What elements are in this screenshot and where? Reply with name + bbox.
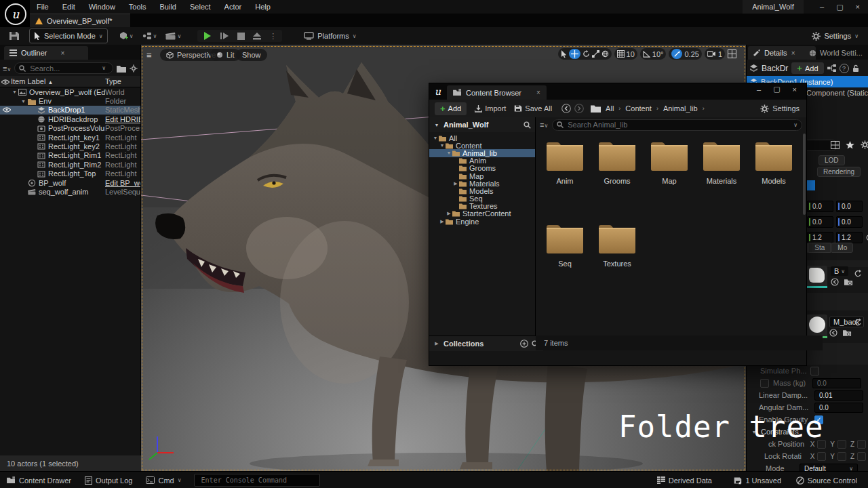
use-selected-icon[interactable]	[831, 278, 839, 286]
outliner-row[interactable]: ▼EnvFolder	[0, 96, 140, 105]
folder-tile-seq[interactable]: Seq	[541, 223, 589, 268]
expander-arrow[interactable]: ▼	[446, 150, 452, 155]
cb-tree-item-engine[interactable]: ▶Engine	[429, 218, 535, 225]
filter-icon[interactable]: ≡∨	[540, 121, 548, 129]
use-selected-icon[interactable]	[829, 329, 837, 337]
favorites-star-icon[interactable]	[846, 141, 854, 149]
menu-help[interactable]: Help	[248, 0, 277, 14]
material-select-dropdown[interactable]: B ∨	[831, 266, 848, 276]
menu-window[interactable]: Window	[82, 0, 122, 14]
cb-tree-item-seq[interactable]: Seq	[429, 195, 535, 203]
menu-edit[interactable]: Edit	[56, 0, 82, 14]
visibility-toggle[interactable]	[1, 106, 12, 115]
folder-tile-map[interactable]: Map	[646, 140, 693, 185]
show-button[interactable]: Show	[236, 49, 267, 61]
tab-world-settings[interactable]: World Setti...	[809, 46, 863, 60]
blueprints-button[interactable]: ∨	[142, 32, 157, 40]
reset-to-default-icon[interactable]	[865, 234, 868, 241]
transform-z-field[interactable]: 1.2	[836, 232, 863, 243]
cb-tree-item-animal_lib[interactable]: ▼Animal_lib	[429, 149, 535, 157]
browse-to-asset-icon[interactable]	[844, 278, 853, 286]
tab-overview-bp-wolf[interactable]: Overview_BP_wolf*	[30, 14, 130, 28]
help-icon[interactable]: ?	[840, 64, 849, 73]
linear-damping-field[interactable]: 0.01	[814, 390, 863, 401]
outliner-search[interactable]: ∨	[14, 62, 113, 74]
constraints-row[interactable]: ▼ Constraints	[747, 426, 868, 438]
outliner-row[interactable]: RectLight_key1RectLight	[0, 133, 140, 142]
cb-tree-item-grooms[interactable]: Grooms	[429, 165, 535, 172]
lock-y-checkbox[interactable]	[837, 452, 846, 461]
content-browser-titlebar[interactable]: u Content Browser × – ▢ ×	[429, 83, 806, 100]
transform-y-field[interactable]: 1.2	[807, 232, 833, 243]
outliner-row[interactable]: BP_wolfEdit BP_wol	[0, 178, 140, 187]
lock-y-checkbox[interactable]	[837, 440, 846, 449]
outliner-row[interactable]: ▼Overview_BP_wolf (Editor)World	[0, 87, 140, 96]
unreal-logo-icon[interactable]: u	[5, 3, 26, 25]
transform-z-field[interactable]: 0.0	[836, 201, 863, 212]
cb-tree-item-textures[interactable]: Textures	[429, 203, 535, 210]
unsaved-button[interactable]: 1 Unsaved	[727, 472, 788, 488]
display-options-icon[interactable]	[831, 141, 840, 149]
rotate-tool-icon[interactable]	[583, 50, 590, 58]
folder-tile-textures[interactable]: Textures	[593, 223, 641, 268]
output-log-button[interactable]: Output Log	[78, 472, 139, 488]
expander-arrow[interactable]: ▼	[432, 136, 439, 140]
selection-mode-button[interactable]: Selection Mode ∨	[29, 28, 108, 43]
expander-arrow[interactable]: ▼	[439, 143, 446, 148]
transform-z-field[interactable]: 0.0	[836, 216, 863, 228]
mobility-stationary-button[interactable]: Sta	[808, 243, 831, 253]
forward-icon[interactable]	[574, 104, 584, 113]
outliner-row[interactable]: BackDrop1StaticMeshA	[0, 106, 140, 115]
cb-search[interactable]: ∨	[552, 119, 802, 131]
save-all-button[interactable]: Save All	[514, 104, 552, 113]
outliner-row[interactable]: HDRIBackdropEdit HDRIBa	[0, 115, 140, 123]
component-icon[interactable]	[827, 64, 836, 72]
lock-x-checkbox[interactable]	[817, 440, 826, 449]
console-command-input[interactable]	[200, 476, 314, 485]
scale-tool-icon[interactable]	[592, 50, 599, 58]
lock-x-checkbox[interactable]	[817, 452, 826, 461]
cb-tree-item-models[interactable]: Models	[429, 187, 535, 195]
move-tool-icon[interactable]	[571, 50, 578, 58]
play-options-icon[interactable]: ⋮	[269, 32, 277, 41]
viewport-options-icon[interactable]: ≡	[146, 50, 152, 60]
skip-button[interactable]	[220, 32, 229, 40]
cb-search-input[interactable]	[566, 120, 791, 129]
scale-snap-group[interactable]: 0.25	[669, 48, 701, 60]
cb-tree-item-content[interactable]: ▼Content	[429, 142, 535, 149]
close-icon[interactable]: ×	[856, 3, 860, 11]
mass-override-checkbox[interactable]	[760, 379, 769, 388]
expander-arrow[interactable]: ▼	[12, 99, 26, 104]
add-actor-button[interactable]: + ∨	[119, 31, 134, 41]
filter-icon[interactable]: ≡∨	[3, 64, 11, 73]
minimize-icon[interactable]: –	[820, 3, 824, 11]
menu-actor[interactable]: Actor	[218, 0, 249, 14]
column-item-label[interactable]: Item Label ▲	[11, 77, 105, 85]
rendering-chip[interactable]: Rendering	[817, 167, 861, 177]
tab-details[interactable]: Details ×	[748, 46, 816, 60]
new-folder-icon[interactable]	[117, 64, 126, 73]
lod-chip[interactable]: LOD	[818, 155, 845, 165]
transform-y-field[interactable]: 0.0	[807, 216, 833, 228]
cb-tree-item-map[interactable]: Map	[429, 172, 535, 180]
tab-outliner[interactable]: Outliner ×	[4, 46, 88, 60]
simulate-physics-checkbox[interactable]	[810, 367, 819, 375]
breadcrumb-all[interactable]: All	[606, 104, 614, 113]
material-thumbnail[interactable]	[806, 314, 827, 338]
folder-tile-materials[interactable]: Materials	[698, 140, 745, 185]
derived-data-button[interactable]: Derived Data	[650, 472, 719, 488]
gear-icon[interactable]	[861, 140, 868, 149]
camera-speed-group[interactable]: 1	[705, 48, 725, 60]
angular-damping-field[interactable]: 0.0	[814, 403, 863, 413]
expander-arrow[interactable]: ▶	[446, 211, 452, 216]
grid-snap-group[interactable]: 10	[614, 48, 637, 60]
mobility-movable-button[interactable]: Mo	[831, 243, 853, 253]
platforms-button[interactable]: Platforms ∨	[300, 29, 360, 43]
reset-to-default-icon[interactable]	[854, 319, 862, 326]
scrollbar[interactable]	[803, 134, 806, 215]
outliner-row[interactable]: PostProcessVolumePostProcess	[0, 124, 140, 133]
eye-icon[interactable]	[1, 79, 9, 85]
lock-icon[interactable]	[852, 64, 859, 73]
transform-y-field[interactable]: 0.0	[807, 201, 833, 212]
close-icon[interactable]: ×	[791, 49, 795, 57]
